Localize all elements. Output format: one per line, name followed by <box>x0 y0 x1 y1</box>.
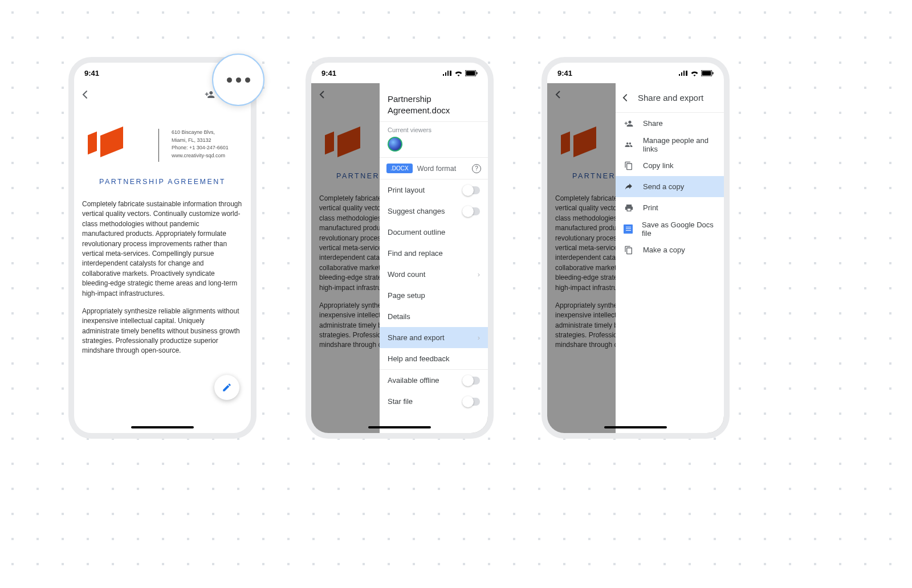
company-logo <box>85 129 130 156</box>
make-copy-item[interactable]: Make a copy <box>616 239 724 260</box>
back-button[interactable] <box>82 90 199 99</box>
menu-help-feedback[interactable]: Help and feedback <box>380 348 488 369</box>
toggle-off-icon <box>463 377 480 385</box>
menu-star-file[interactable]: Star file <box>380 391 488 412</box>
pencil-icon <box>223 383 231 391</box>
panel-file-name: Partnership Agreement.docx <box>380 83 488 121</box>
chevron-right-icon: › <box>478 270 480 279</box>
menu-available-offline[interactable]: Available offline <box>380 370 488 391</box>
more-options-highlight[interactable] <box>212 54 264 106</box>
print-item[interactable]: Print <box>616 197 724 218</box>
svg-rect-3 <box>702 71 711 75</box>
docs-icon <box>624 224 633 234</box>
svg-rect-4 <box>712 72 714 74</box>
document-title: PARTNERSHIP AGREEMENT <box>82 178 243 186</box>
menu-find-replace[interactable]: Find and replace <box>380 243 488 264</box>
status-bar: 9:41 <box>547 63 724 83</box>
toggle-off-icon <box>463 398 480 406</box>
menu-page-setup[interactable]: Page setup <box>380 285 488 306</box>
person-add-icon <box>624 119 634 128</box>
clock: 9:41 <box>321 69 336 77</box>
overflow-menu-panel: Partnership Agreement.docx Current viewe… <box>380 83 488 433</box>
edit-fab[interactable] <box>214 375 239 400</box>
menu-print-layout[interactable]: Print layout <box>380 179 488 201</box>
save-as-docs-item[interactable]: Save as Google Docs file <box>616 218 724 239</box>
copy-icon <box>624 245 634 255</box>
help-icon[interactable]: ? <box>472 164 481 173</box>
manage-people-item[interactable]: Manage people and links <box>616 134 724 155</box>
docx-badge: .DOCX <box>386 164 413 173</box>
forward-icon <box>624 183 634 191</box>
wifi-icon <box>455 71 462 76</box>
menu-document-outline[interactable]: Document outline <box>380 222 488 243</box>
menu-details[interactable]: Details <box>380 306 488 327</box>
toggle-off-icon <box>463 207 480 215</box>
viewer-avatar[interactable] <box>388 137 402 152</box>
toggle-off-icon <box>463 186 480 194</box>
status-icons <box>442 70 478 76</box>
svg-rect-1 <box>466 71 475 75</box>
person-add-icon <box>205 91 215 98</box>
clock: 9:41 <box>557 69 572 77</box>
clock: 9:41 <box>84 69 99 77</box>
format-row[interactable]: .DOCX Word format ? <box>380 157 488 179</box>
share-export-panel: Share and export Share Manage people and… <box>616 83 724 433</box>
home-indicator[interactable] <box>131 426 194 428</box>
chevron-left-icon <box>83 91 87 98</box>
home-indicator[interactable] <box>368 426 431 428</box>
panel-title: Share and export <box>638 93 703 103</box>
more-icon <box>236 77 241 83</box>
send-copy-item[interactable]: Send a copy <box>616 176 724 197</box>
more-icon <box>245 77 250 83</box>
format-label: Word format <box>417 165 467 173</box>
signal-icon <box>443 71 451 76</box>
copy-link-item[interactable]: Copy link <box>616 155 724 176</box>
copy-icon <box>624 161 634 171</box>
battery-icon <box>477 72 478 74</box>
document-content: 610 Biscayne Blvs, Miami, FL, 33132 Phon… <box>74 106 251 356</box>
menu-share-export[interactable]: Share and export› <box>380 327 488 348</box>
print-icon <box>624 203 634 213</box>
chevron-left-icon <box>624 95 626 101</box>
panel-back-button[interactable] <box>620 91 630 104</box>
share-item[interactable]: Share <box>616 113 724 134</box>
menu-word-count[interactable]: Word count› <box>380 264 488 285</box>
menu-suggest-changes[interactable]: Suggest changes <box>380 201 488 222</box>
status-bar: 9:41 <box>311 63 488 83</box>
letterhead-address: 610 Biscayne Blvs, Miami, FL, 33132 Phon… <box>172 129 229 160</box>
current-viewers-label: Current viewers <box>380 122 488 137</box>
status-icons <box>678 70 714 76</box>
add-person-button[interactable] <box>204 89 215 100</box>
paragraph: Completely fabricate sustainable informa… <box>82 199 243 299</box>
paragraph: Appropriately synthesize reliable alignm… <box>82 307 243 356</box>
chevron-right-icon: › <box>478 333 480 342</box>
more-icon <box>227 77 232 83</box>
home-indicator[interactable] <box>604 426 667 428</box>
people-icon <box>624 141 634 149</box>
